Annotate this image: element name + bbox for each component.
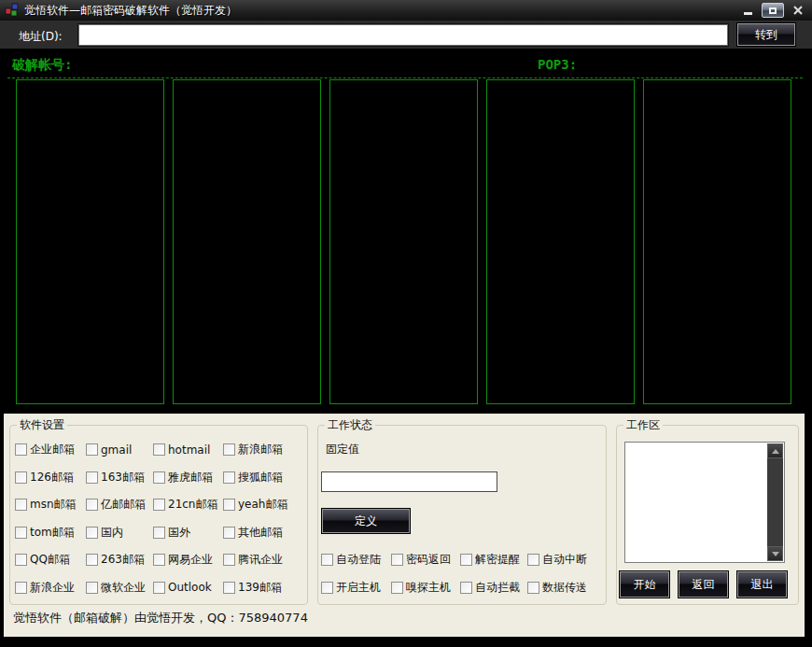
checkbox-item[interactable]: 21cn邮箱 <box>153 497 223 513</box>
close-button[interactable] <box>788 3 808 18</box>
checkbox-label: tom邮箱 <box>30 525 75 541</box>
checkbox[interactable] <box>223 527 235 539</box>
checkbox-item[interactable]: Outlook <box>153 581 223 594</box>
checkbox[interactable] <box>86 471 98 484</box>
checkbox[interactable] <box>86 527 98 539</box>
listbox-scrollbar[interactable] <box>767 443 783 561</box>
address-input[interactable] <box>78 24 728 46</box>
checkbox[interactable] <box>527 554 539 566</box>
start-button[interactable]: 开始 <box>620 571 669 598</box>
checkbox-item[interactable]: 126邮箱 <box>15 470 86 485</box>
fixed-value-label: 固定值 <box>326 442 359 457</box>
checkbox-item[interactable]: 263邮箱 <box>86 552 153 568</box>
checkbox[interactable] <box>223 443 235 456</box>
checkbox-label: 雅虎邮箱 <box>168 470 213 485</box>
checkbox[interactable] <box>86 443 98 456</box>
result-panels <box>16 79 791 404</box>
checkbox-item[interactable]: 雅虎邮箱 <box>153 470 223 485</box>
checkbox[interactable] <box>460 582 472 594</box>
address-bar: 地址(D): 转到 <box>0 21 812 49</box>
checkbox[interactable] <box>15 443 27 456</box>
checkbox-item[interactable]: 自动中断 <box>527 552 587 568</box>
checkbox-item[interactable]: 开启主机 <box>321 580 391 596</box>
checkbox[interactable] <box>86 499 98 511</box>
checkbox-item[interactable]: yeah邮箱 <box>223 497 307 513</box>
exit-button[interactable]: 退出 <box>737 571 787 598</box>
checkbox[interactable] <box>223 582 235 594</box>
checkbox-label: 开启主机 <box>336 580 381 596</box>
go-button[interactable]: 转到 <box>737 23 795 46</box>
checkbox[interactable] <box>153 443 165 456</box>
checkbox[interactable] <box>321 554 333 566</box>
checkbox[interactable] <box>15 499 27 511</box>
checkbox[interactable] <box>321 582 333 594</box>
checkbox[interactable] <box>15 527 27 539</box>
result-panel-5[interactable] <box>643 79 791 404</box>
checkbox-item[interactable]: 自动拦截 <box>460 580 527 596</box>
checkbox-item[interactable]: QQ邮箱 <box>15 552 86 568</box>
scroll-down-button[interactable] <box>767 546 783 561</box>
checkbox[interactable] <box>460 554 472 566</box>
title-bar: 觉悟软件—邮箱密码破解软件（觉悟开发） <box>0 0 812 21</box>
checkbox[interactable] <box>223 471 235 484</box>
checkbox-label: QQ邮箱 <box>30 552 70 568</box>
checkbox[interactable] <box>15 471 27 484</box>
checkbox[interactable] <box>153 527 165 539</box>
divider-line <box>7 77 803 78</box>
checkbox-label: 126邮箱 <box>30 470 74 485</box>
checkbox-item[interactable]: 搜狐邮箱 <box>223 470 307 485</box>
checkbox-item[interactable]: 国内 <box>86 525 153 541</box>
fixed-value-input[interactable] <box>321 471 497 492</box>
checkbox-label: 163邮箱 <box>101 470 145 485</box>
checkbox-item[interactable]: 自动登陆 <box>321 552 391 568</box>
scroll-up-button[interactable] <box>767 443 783 458</box>
result-panel-3[interactable] <box>329 79 478 404</box>
checkbox-label: 新浪邮箱 <box>238 442 283 457</box>
checkbox-item[interactable]: 企业邮箱 <box>15 442 86 457</box>
define-button[interactable]: 定义 <box>322 509 410 533</box>
checkbox-item[interactable]: 网易企业 <box>153 552 223 568</box>
checkbox-item[interactable]: 国外 <box>153 525 223 541</box>
result-panel-4[interactable] <box>486 79 635 404</box>
client-area: 软件设置 企业邮箱 gmail hotmail <box>4 414 805 637</box>
checkbox[interactable] <box>153 582 165 594</box>
checkbox-item[interactable]: 亿邮邮箱 <box>86 497 153 513</box>
checkbox-item[interactable]: msn邮箱 <box>15 497 86 513</box>
checkbox-item[interactable]: 数据传送 <box>527 580 587 596</box>
checkbox-item[interactable]: 其他邮箱 <box>223 525 307 541</box>
checkbox-label: 亿邮邮箱 <box>101 497 146 513</box>
checkbox[interactable] <box>223 499 235 511</box>
checkbox-item[interactable]: 163邮箱 <box>86 470 153 485</box>
checkbox-item[interactable]: gmail <box>86 443 153 457</box>
checkbox[interactable] <box>391 554 403 566</box>
checkbox[interactable] <box>86 554 98 566</box>
workspace-listbox[interactable] <box>624 442 785 563</box>
checkbox-item[interactable]: 解密提醒 <box>460 552 527 568</box>
checkbox[interactable] <box>86 582 98 594</box>
app-logo-icon <box>5 3 20 18</box>
checkbox-item[interactable]: 微软企业 <box>86 580 153 596</box>
checkbox-item[interactable]: 密码返回 <box>391 552 460 568</box>
checkbox[interactable] <box>15 582 27 594</box>
checkbox-item[interactable]: tom邮箱 <box>15 525 86 541</box>
checkbox[interactable] <box>527 582 539 594</box>
checkbox[interactable] <box>223 554 235 566</box>
return-button[interactable]: 返回 <box>679 571 728 598</box>
checkbox-item[interactable]: 嗅探主机 <box>391 580 460 596</box>
maximize-button[interactable] <box>762 3 784 18</box>
checkbox[interactable] <box>15 554 27 566</box>
checkbox-label: 21cn邮箱 <box>168 497 217 513</box>
checkbox-item[interactable]: 腾讯企业 <box>223 552 307 568</box>
main-display-area: 破解帐号: POP3: <box>0 49 812 414</box>
checkbox[interactable] <box>153 554 165 566</box>
checkbox[interactable] <box>153 471 165 484</box>
checkbox-item[interactable]: 新浪邮箱 <box>223 442 307 457</box>
checkbox-item[interactable]: hotmail <box>153 443 223 457</box>
result-panel-2[interactable] <box>173 79 321 404</box>
minimize-button[interactable] <box>737 3 758 18</box>
checkbox[interactable] <box>153 499 165 511</box>
checkbox-item[interactable]: 新浪企业 <box>15 580 86 596</box>
checkbox-item[interactable]: 139邮箱 <box>223 580 307 596</box>
result-panel-1[interactable] <box>16 79 164 404</box>
checkbox[interactable] <box>391 582 403 594</box>
